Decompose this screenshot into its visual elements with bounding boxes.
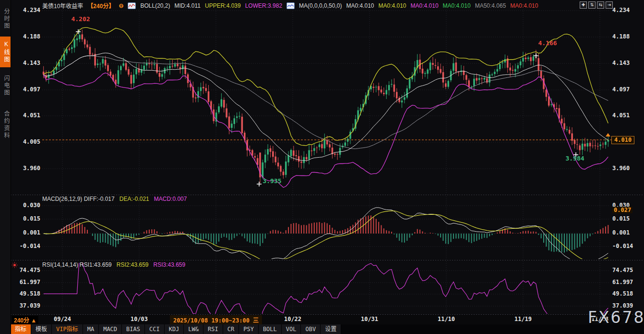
pan-icon[interactable]: ✚: [580, 1, 587, 9]
chart-header: 美债10年收益率 【240分】 ⊖ BOLL(20,2) MID:4.011 U…: [42, 1, 538, 10]
candle-body: [339, 148, 341, 155]
chart-canvas: [11, 0, 644, 334]
macd-axis-label-right: 0.001: [612, 229, 630, 236]
candle-body: [270, 148, 272, 152]
candle-body: [319, 145, 321, 148]
candle-body: [146, 63, 148, 65]
toolbar-item-设置[interactable]: 设置: [321, 324, 341, 334]
candle-body: [159, 73, 161, 77]
candle-body: [110, 72, 112, 75]
candle-body: [184, 66, 186, 74]
candle-body: [125, 63, 127, 70]
candle-body: [131, 75, 132, 84]
candle-body: [447, 81, 449, 87]
ma-indicator-icon[interactable]: [286, 2, 295, 9]
toolbar-item-OBV[interactable]: OBV: [301, 324, 321, 334]
watermark: FX678: [588, 308, 644, 327]
boll-lower-value: LOWER:3.982: [245, 2, 282, 9]
sidebar-item-contract-info[interactable]: 合约资料: [0, 104, 11, 146]
toolbar-item-MACD[interactable]: MACD: [99, 324, 122, 334]
rsi-axis-label-left: 49.518: [11, 290, 40, 297]
candle-body: [133, 74, 135, 83]
candle-body: [496, 69, 498, 72]
candle-body: [465, 75, 467, 80]
candle-body: [344, 143, 346, 146]
toolbar-item-BOLL[interactable]: BOLL: [259, 324, 282, 334]
toolbar-item-LW&[interactable]: LW&: [184, 324, 203, 334]
rsi-header: RSI(14,14,14) RSI1:43.659RSI2:43.659RSI3…: [42, 261, 185, 268]
candle-body: [231, 124, 233, 128]
candle-body: [602, 144, 604, 144]
candle-body: [316, 148, 318, 148]
macd-axis-label-right: 0.015: [612, 215, 630, 222]
macd-axis-label-left: 0.001: [11, 229, 40, 236]
candle-body: [427, 70, 429, 74]
toolbar-item-指标[interactable]: 指标: [11, 324, 31, 334]
goto-latest-icon[interactable]: ⇥: [606, 1, 613, 9]
candle-body: [99, 64, 101, 64]
candle-body: [277, 162, 279, 166]
toolbar-item-PSY[interactable]: PSY: [239, 324, 259, 334]
price-axis-label-right: 4.143: [612, 60, 630, 66]
candle-body: [468, 80, 470, 87]
candle-body: [556, 108, 558, 109]
candle-body: [293, 150, 295, 156]
collapse-icon[interactable]: ⊖: [119, 2, 123, 9]
candle-body: [169, 66, 171, 68]
candle-body: [484, 78, 486, 80]
rsi-axis-label-right: 61.997: [612, 279, 633, 285]
candle-body: [582, 144, 584, 150]
toolbar-item-VOL[interactable]: VOL: [282, 324, 301, 334]
timeframe-chip[interactable]: 240分 ▲: [12, 316, 38, 324]
toolbar-item-MA[interactable]: MA: [83, 324, 99, 334]
candle-body: [295, 155, 297, 156]
candle-body: [161, 74, 163, 76]
candle-body: [334, 154, 336, 155]
chart-area: 美债10年收益率 【240分】 ⊖ BOLL(20,2) MID:4.011 U…: [11, 0, 644, 334]
candle-body: [128, 69, 130, 74]
candle-body: [401, 100, 403, 102]
boll-indicator-icon[interactable]: [128, 2, 136, 9]
candle-body: [105, 60, 107, 65]
period-label[interactable]: 【240分】: [87, 1, 114, 10]
price-axis-label-right: 3.960: [612, 165, 630, 172]
boll-upper-line: [44, 27, 608, 145]
candle-body: [537, 58, 539, 71]
candle-body: [592, 146, 594, 146]
candle-body: [499, 64, 501, 69]
candle-body: [174, 64, 176, 66]
toolbar-item-CR[interactable]: CR: [223, 324, 239, 334]
candle-body: [290, 150, 292, 156]
toolbar-item-CCI[interactable]: CCI: [145, 324, 165, 334]
candle-body: [445, 83, 447, 87]
fit-vertical-icon[interactable]: ⇅: [588, 1, 596, 9]
candle-body: [375, 87, 377, 87]
candle-body: [267, 149, 269, 154]
toolbar-item-VIP指标[interactable]: VIP指标: [52, 324, 83, 334]
candle-body: [107, 65, 109, 71]
candle-body: [329, 144, 331, 148]
macd-hdr-item-1: DEA:-0.021: [119, 196, 149, 202]
candle-body: [50, 74, 52, 74]
candle-body: [84, 39, 86, 45]
candle-body: [512, 70, 514, 71]
candle-body: [69, 49, 71, 49]
alarm-icon[interactable]: [12, 262, 18, 268]
sidebar-item-kline-chart[interactable]: K线图: [0, 37, 11, 67]
sidebar-item-time-chart[interactable]: 分时图: [0, 2, 11, 36]
candle-body: [285, 161, 287, 175]
candle-body: [494, 72, 496, 74]
candle-body: [429, 62, 431, 70]
fit-horizontal-icon[interactable]: ⇆: [597, 1, 604, 9]
sidebar-item-flash-chart[interactable]: 闪电图: [0, 69, 11, 102]
price-axis-label-left: 4.005: [11, 138, 40, 145]
candle-body: [520, 62, 522, 65]
toolbar-item-KDJ[interactable]: KDJ: [165, 324, 184, 334]
candle-body: [76, 38, 78, 40]
toolbar-item-RSI[interactable]: RSI: [203, 324, 223, 334]
toolbar-item-BIAS[interactable]: BIAS: [122, 324, 145, 334]
candle-body: [208, 91, 210, 102]
toolbar-item-模板[interactable]: 模板: [31, 324, 52, 334]
price-axis-label-left: 3.960: [11, 165, 40, 172]
candle-body: [437, 66, 439, 70]
